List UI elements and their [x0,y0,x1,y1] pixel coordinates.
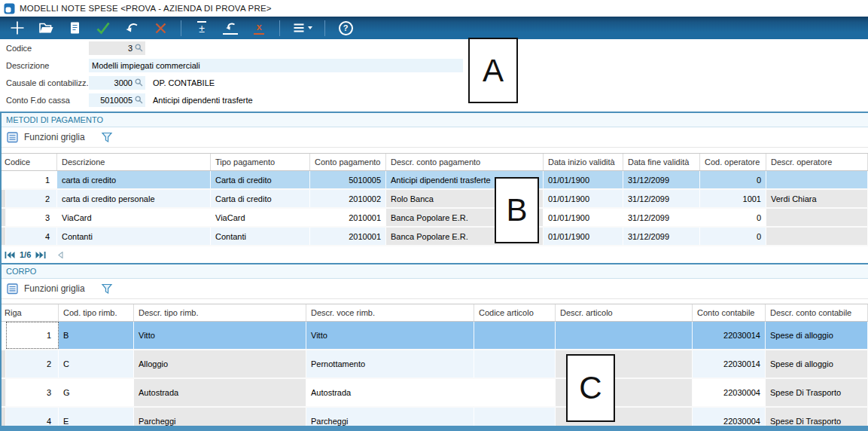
cell-descr-voce-rimb[interactable]: Vitto [306,322,474,349]
open-record-button[interactable] [38,19,54,37]
cell-cod-tipo-rimb[interactable]: G [59,379,134,406]
descrizione-field[interactable]: Modelli impiegati commerciali [89,59,463,72]
cell-codice[interactable]: 4 [6,228,57,245]
cancel-button[interactable] [152,19,169,37]
column-header-tipo-pagamento[interactable]: Tipo pagamento [211,154,310,170]
cell-cod-tipo-rimb[interactable]: B [59,322,134,349]
restore-row-button[interactable] [222,19,239,37]
column-header-descr-conto-contabile[interactable]: Descr. conto contabile [766,304,868,321]
lookup-icon[interactable] [135,44,143,52]
codice-field[interactable]: 3 [89,41,145,55]
cell-conto-pagamento[interactable]: 5010005 [310,171,386,188]
last-page-icon[interactable] [35,252,46,258]
conto-fdo-cassa-field[interactable]: 5010005 [89,93,145,107]
cell-conto-pagamento[interactable]: 2010001 [310,209,386,226]
help-button[interactable]: ? [337,19,354,37]
cell-tipo-pagamento[interactable]: Carta di credito [211,190,310,207]
scroll-left-icon[interactable] [58,252,63,258]
cell-conto-contabile[interactable]: 22030014 [693,350,766,378]
cell-codice[interactable]: 3 [6,209,57,226]
cell-riga[interactable]: 2 [6,350,59,378]
cell-tipo-pagamento[interactable]: Carta di credito [211,171,310,188]
column-header-descr-voce-rimb[interactable]: Descr. voce rimb. [306,304,474,321]
new-record-button[interactable] [9,19,26,37]
cell-data-fine[interactable]: 31/12/2099 [623,171,700,188]
cell-codice-articolo[interactable] [474,322,556,349]
cell-descrizione[interactable]: carta di credito personale [57,190,211,207]
cell-tipo-pagamento[interactable]: ViaCard [211,209,310,226]
grid-menu-button[interactable] [292,19,312,37]
cell-riga[interactable]: 1 [6,322,59,349]
column-header-codice[interactable]: Codice [0,154,57,170]
column-header-data-inizio[interactable]: Data inizio validità [544,154,623,170]
cell-codice[interactable]: 2 [6,190,57,207]
cell-cod-operatore[interactable]: 0 [700,171,766,188]
column-header-cod-tipo-rimb[interactable]: Cod. tipo rimb. [59,304,134,321]
delete-row-button[interactable]: x [251,19,267,37]
cell-data-fine[interactable]: 31/12/2099 [623,228,700,245]
cell-data-fine[interactable]: 31/12/2099 [623,190,700,207]
cell-cod-tipo-rimb[interactable]: C [59,350,134,378]
cell-descr-voce-rimb[interactable]: Autostrada [306,379,474,406]
cell-descrizione[interactable]: Contanti [57,228,211,245]
causale-field[interactable]: 3000 [89,76,145,90]
table-row[interactable]: 3 ViaCard ViaCard 2010001 Banca Popolare… [0,209,868,228]
filter-funnel-icon[interactable] [101,283,113,295]
column-header-riga[interactable]: Riga [0,304,59,321]
cell-codice-articolo[interactable] [474,379,556,406]
cell-data-inizio[interactable]: 01/01/1900 [544,171,623,188]
cell-data-fine[interactable]: 31/12/2099 [623,209,700,226]
column-header-descr-tipo-rimb[interactable]: Descr. tipo rimb. [134,304,306,321]
cell-conto-pagamento[interactable]: 2010002 [310,190,386,207]
lookup-icon[interactable] [135,78,143,87]
column-header-descr-articolo[interactable]: Descr. articolo [556,304,693,321]
cell-data-inizio[interactable]: 01/01/1900 [544,209,623,226]
grid-functions-label[interactable]: Funzioni griglia [24,283,85,294]
cell-descr-operatore[interactable] [766,209,868,226]
cell-codice-articolo[interactable] [474,350,556,378]
table-row[interactable]: 3 G Autostrada Autostrada 22030004 Spese… [0,379,868,408]
first-page-icon[interactable] [5,252,15,258]
cell-riga[interactable]: 3 [6,379,59,406]
cell-descrizione[interactable]: ViaCard [57,209,211,226]
cell-cod-operatore[interactable]: 0 [700,209,766,226]
cell-descr-operatore[interactable] [766,228,868,245]
cell-descr-tipo-rimb[interactable]: Alloggio [134,350,306,378]
column-header-data-fine[interactable]: Data fine validità [623,154,700,170]
cell-codice[interactable]: 1 [6,171,57,188]
cell-descr-tipo-rimb[interactable]: Autostrada [134,379,306,406]
grid-functions-icon[interactable] [7,132,19,143]
cell-descrizione[interactable]: carta di credito [57,171,211,188]
column-header-descrizione[interactable]: Descrizione [57,154,211,170]
copy-record-button[interactable] [66,19,83,37]
confirm-button[interactable] [95,19,111,37]
cell-descr-tipo-rimb[interactable]: Vitto [134,322,306,349]
cell-cod-operatore[interactable]: 1001 [700,190,766,207]
cell-data-inizio[interactable]: 01/01/1900 [544,190,623,207]
cell-descr-conto-contabile[interactable]: Spese di alloggio [766,322,868,349]
grid-functions-icon[interactable] [7,283,19,295]
cell-descr-conto-contabile[interactable]: Spese di alloggio [766,350,868,378]
lookup-icon[interactable] [135,96,143,104]
filter-funnel-icon[interactable] [101,132,113,143]
column-header-descr-operatore[interactable]: Descr. operatore [766,154,868,170]
cell-descr-conto-contabile[interactable]: Spese Di Trasporto [766,379,868,406]
table-row[interactable]: 1 carta di credito Carta di credito 5010… [0,171,868,190]
cell-descr-voce-rimb[interactable]: Pernottamento [306,350,474,378]
table-row[interactable]: 2 carta di credito personale Carta di cr… [0,190,868,209]
column-header-conto-contabile[interactable]: Conto contabile [693,304,766,321]
cell-tipo-pagamento[interactable]: Contanti [211,228,310,245]
column-header-codice-articolo[interactable]: Codice articolo [474,304,556,321]
cell-data-inizio[interactable]: 01/01/1900 [544,228,623,245]
table-row[interactable]: 4 Contanti Contanti 2010001 Banca Popola… [0,228,868,246]
grid-functions-label[interactable]: Funzioni griglia [24,132,85,142]
cell-conto-contabile[interactable]: 22030014 [693,322,766,349]
column-header-descr-conto-pagamento[interactable]: Descr. conto pagamento [386,154,544,170]
cell-descr-articolo[interactable] [556,322,693,349]
table-row[interactable]: 2 C Alloggio Pernottamento 22030014 Spes… [0,350,868,379]
cell-descr-operatore[interactable]: Verdi Chiara [766,190,868,207]
column-header-conto-pagamento[interactable]: Conto pagamento [310,154,386,170]
cell-cod-operatore[interactable]: 0 [700,228,766,245]
cell-conto-contabile[interactable]: 22030004 [693,379,766,406]
column-header-cod-operatore[interactable]: Cod. operatore [700,154,766,170]
